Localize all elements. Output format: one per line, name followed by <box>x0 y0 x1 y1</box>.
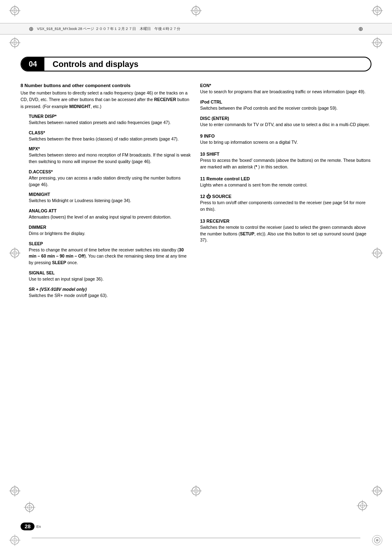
sub-item-title: D.ACCESS* <box>29 169 192 174</box>
top-right-reg-mark <box>371 4 384 17</box>
sub-item-class: CLASS* Switches between the three banks … <box>29 130 192 143</box>
sub-item-body: Use to select an input signal (page 36). <box>29 276 192 283</box>
intro-heading: 8 Number buttons and other component con… <box>21 83 192 88</box>
page-lang: En <box>36 525 41 529</box>
bottom-left-reg-mark <box>8 484 21 497</box>
right-column: EON* Use to search for programs that are… <box>200 83 371 299</box>
top-corners <box>0 0 392 21</box>
numbered-item-body: Press to access the 'boxed' commands (ab… <box>200 157 371 170</box>
left-middle-reg-mark <box>8 246 21 260</box>
right-item-ipod-ctrl: iPod CTRL Switches between the iPod cont… <box>200 99 371 112</box>
numbered-item-title: 13 RECEIVER <box>200 219 371 223</box>
sub-item-title: CLASS* <box>29 130 192 135</box>
sub-item-body: Switches between the three banks (classe… <box>29 136 192 143</box>
chapter-title: Controls and displays <box>44 60 147 69</box>
numbered-item-title: 11 Remote control LED <box>200 176 371 181</box>
numbered-item-body: Lights when a command is sent from the r… <box>200 182 371 189</box>
bottom-far-left-reg-mark <box>8 534 21 547</box>
sub-item-title: DIMMER <box>29 225 192 230</box>
chapter-header: 04 Controls and displays <box>21 57 371 71</box>
right-item-body: Switches between the iPod controls and t… <box>200 105 371 112</box>
top-left-reg-mark <box>8 4 21 17</box>
sub-item-body: Switches between stereo and mono recepti… <box>29 152 192 165</box>
numbered-item-source: 12 ⏻ SOURCE Press to turn on/off other c… <box>200 194 371 213</box>
sub-item-dimmer: DIMMER Dims or brightens the display. <box>29 225 192 237</box>
sub-item-title: MPX* <box>29 146 192 151</box>
left-side-reg-mark <box>8 36 21 49</box>
main-content: 8 Number buttons and other component con… <box>21 83 371 299</box>
sub-item-body: Switches between named station presets a… <box>29 120 192 126</box>
sub-item-daccess: D.ACCESS* After pressing, you can access… <box>29 169 192 188</box>
right-side-reg-mark <box>371 36 384 49</box>
page-number: 28 <box>21 523 35 530</box>
sub-item-title: SLEEP <box>29 241 192 246</box>
numbered-item-body: Press to turn on/off other components co… <box>200 200 371 213</box>
sub-item-title: SR + (VSX-918V model only) <box>29 287 192 292</box>
sub-item-title: MIDNIGHT <box>29 192 192 197</box>
crosshair-icon: ⊕ <box>29 25 34 32</box>
svg-point-54 <box>376 539 378 541</box>
numbered-item-shift: 10 SHIFT Press to access the 'boxed' com… <box>200 152 371 170</box>
bottom-center-reg-mark <box>189 484 203 497</box>
page-footer: 28 En <box>21 523 41 530</box>
sub-item-midnight: MIDNIGHT Switches to Midnight or Loudnes… <box>29 192 192 204</box>
sub-item-signal-sel: SIGNAL SEL Use to select an input signal… <box>29 270 192 283</box>
right-item-title: EON* <box>200 83 371 88</box>
sub-item-body: Press to change the amount of time befor… <box>29 247 192 266</box>
numbered-item-title: 12 ⏻ SOURCE <box>200 194 371 199</box>
numbered-item-remote-led: 11 Remote control LED Lights when a comm… <box>200 176 371 189</box>
numbered-item-title: 10 SHIFT <box>200 152 371 157</box>
sub-item-sr-plus: SR + (VSX-918V model only) Switches the … <box>29 287 192 299</box>
sub-item-body: Switches to Midnight or Loudness listeni… <box>29 198 192 204</box>
left-column: 8 Number buttons and other component con… <box>21 83 192 299</box>
bottom-far-right-reg-mark <box>371 534 384 547</box>
sub-item-mpx: MPX* Switches between stereo and mono re… <box>29 146 192 165</box>
right-item-body: Use to enter commands for TV or DTV, and… <box>200 122 371 128</box>
top-center-reg-mark <box>189 4 203 17</box>
file-info-text: VSX_918_818_MY.book 28 ページ ２００７年１２月２７日 木… <box>37 26 180 32</box>
numbered-item-receiver: 13 RECEIVER Switches the remote to contr… <box>200 219 371 244</box>
bottom-right-reg-mark-2 <box>356 499 369 512</box>
sub-item-sleep: SLEEP Press to change the amount of time… <box>29 241 192 266</box>
right-item-disc-enter: DISC (ENTER) Use to enter commands for T… <box>200 116 371 128</box>
right-middle-reg-mark <box>371 246 384 260</box>
crosshair-icon-2: ⊕ <box>358 25 363 32</box>
right-item-body: Use to search for programs that are broa… <box>200 89 371 95</box>
numbered-item-title: 9 INFO <box>200 134 371 138</box>
numbered-item-body: Use to bring up information screens on a… <box>200 139 371 146</box>
page-left-reg-mark <box>23 501 36 514</box>
sub-item-title: TUNER DISP* <box>29 114 192 119</box>
sub-item-title: SIGNAL SEL <box>29 270 192 275</box>
sub-item-tuner-disp: TUNER DISP* Switches between named stati… <box>29 114 192 126</box>
sub-item-body: After pressing, you can access a radio s… <box>29 175 192 188</box>
chapter-number: 04 <box>21 58 44 71</box>
intro-body: Use the number buttons to directly selec… <box>21 90 192 110</box>
numbered-item-info: 9 INFO Use to bring up information scree… <box>200 134 371 146</box>
sub-item-body: Dims or brightens the display. <box>29 230 192 237</box>
right-item-eon: EON* Use to search for programs that are… <box>200 83 371 95</box>
bottom-right-reg-mark <box>371 484 384 497</box>
file-info-strip: ⊕ VSX_918_818_MY.book 28 ページ ２００７年１２月２７日… <box>0 23 392 35</box>
sub-item-title: ANALOG ATT <box>29 208 192 213</box>
sub-item-body: Attenuates (lowers) the level of an anal… <box>29 214 192 221</box>
sub-item-body: Switches the SR+ mode on/off (page 63). <box>29 292 192 299</box>
right-item-title: DISC (ENTER) <box>200 116 371 121</box>
numbered-item-body: Switches the remote to control the recei… <box>200 224 371 244</box>
sub-item-analog-att: ANALOG ATT Attenuates (lowers) the level… <box>29 208 192 221</box>
right-item-title: iPod CTRL <box>200 99 371 104</box>
